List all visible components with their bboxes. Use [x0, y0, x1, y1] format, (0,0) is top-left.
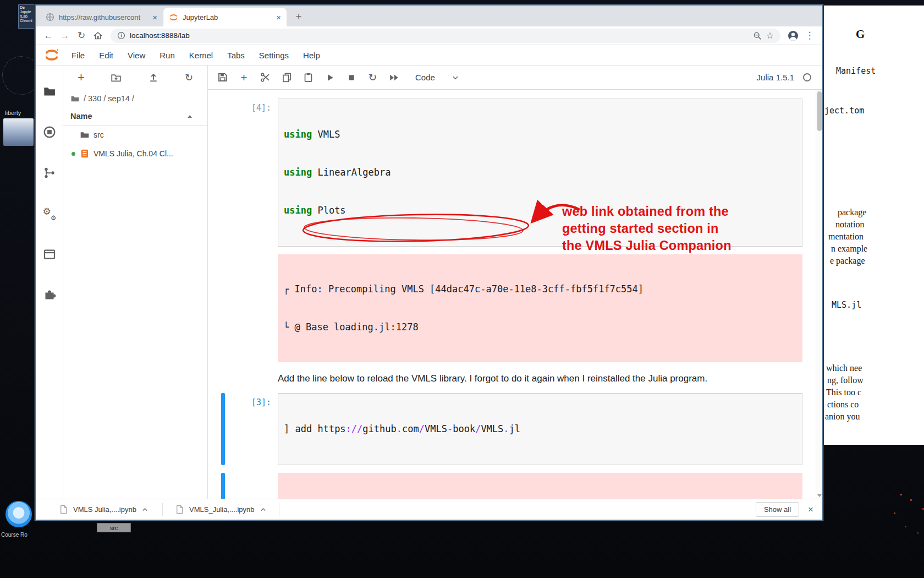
mini-icon-jupyterlab[interactable]: Jupyte rLab — [20, 10, 33, 19]
copy-cells-button[interactable] — [278, 69, 296, 86]
upload-button[interactable] — [148, 72, 159, 83]
background-heading-letter: G — [856, 28, 865, 41]
menu-file[interactable]: File — [64, 51, 92, 60]
download-file-name[interactable]: VMLS_Julia,....ipynb — [189, 505, 255, 514]
browser-tab-jupyterlab[interactable]: JupyterLab × — [163, 8, 287, 26]
home-button[interactable] — [91, 29, 105, 43]
background-text-fragment: n example — [831, 244, 867, 254]
cell-collapser-selected[interactable] — [221, 393, 225, 465]
interrupt-kernel-stop-button[interactable] — [342, 69, 360, 86]
background-text-fragment: mentation — [828, 232, 864, 242]
mini-window[interactable]: De Jupyte rLab Chromi — [18, 4, 35, 29]
back-button[interactable]: ← — [41, 29, 56, 43]
menu-settings[interactable]: Settings — [252, 51, 296, 60]
reload-button[interactable]: ↻ — [74, 29, 89, 43]
menu-kernel[interactable]: Kernel — [182, 51, 220, 60]
notebook-icon — [80, 149, 90, 159]
file-browser-panel: + ↻ / 330 / sep14 / — [63, 66, 208, 499]
shelf-divider — [279, 503, 279, 516]
add-cell-button[interactable]: + — [235, 69, 253, 86]
tab-close-icon[interactable]: × — [276, 13, 281, 22]
files-tab-folder-icon[interactable] — [36, 71, 63, 112]
cell-collapser[interactable] — [221, 372, 225, 384]
kernel-status-idle-circle[interactable] — [803, 73, 811, 81]
code-line: ] add https://github.com/VMLS-book/VMLS.… — [284, 423, 796, 435]
run-indicator-slot — [70, 152, 76, 156]
cut-cells-scissors-button[interactable] — [256, 69, 274, 86]
bookmark-star-icon[interactable]: ☆ — [766, 30, 774, 41]
refresh-file-list-button[interactable]: ↻ — [185, 72, 193, 84]
file-row-src[interactable]: src — [63, 126, 207, 144]
info-icon[interactable] — [117, 31, 125, 40]
mini-window-title: De — [20, 6, 33, 10]
breadcrumb[interactable]: / 330 / sep14 / — [63, 90, 207, 107]
tab-title: JupyterLab — [183, 13, 272, 21]
file-list-header[interactable]: Name — [63, 107, 207, 126]
kernel-name[interactable]: Julia 1.5.1 — [757, 73, 794, 82]
file-row-notebook[interactable]: VMLS Julia, Ch.04 Cl... — [63, 144, 207, 163]
annotation-line: the VMLS Julia Companion — [562, 237, 732, 254]
cell-type-dropdown[interactable]: Code — [415, 73, 459, 82]
menu-edit[interactable]: Edit — [92, 51, 120, 60]
open-tabs-window-icon[interactable] — [36, 234, 63, 275]
jupyterlab-menubar: File Edit View Run Kernel Tabs Settings … — [36, 45, 822, 66]
scrollbar-thumb[interactable] — [817, 91, 822, 131]
chevron-down-icon — [452, 74, 459, 81]
address-bar[interactable]: localhost:8888/lab ☆ — [111, 29, 780, 43]
code-line: using LinearAlgebra — [284, 166, 796, 179]
download-file-name[interactable]: VMLS Julia,....ipynb — [73, 505, 136, 514]
home-folder-icon[interactable] — [70, 94, 80, 103]
browser-menu-kebab-icon[interactable]: ⋮ — [802, 29, 817, 43]
profile-avatar[interactable] — [786, 29, 800, 43]
menu-tabs[interactable]: Tabs — [220, 51, 252, 60]
new-tab-button[interactable]: + — [291, 9, 306, 24]
download-item-1[interactable]: VMLS Julia,....ipynb — [52, 503, 157, 516]
breadcrumb-path[interactable]: / 330 / sep14 / — [84, 94, 134, 103]
background-text-fragment: ng, follow — [827, 375, 864, 385]
red-annotation-text: web link obtained from the getting start… — [562, 203, 732, 254]
new-folder-button[interactable] — [111, 72, 122, 83]
markdown-cell-note[interactable]: Add the line below to reload the VMLS li… — [208, 372, 816, 384]
run-cell-button[interactable] — [321, 69, 339, 86]
notebook-scrollbar[interactable] — [816, 90, 822, 499]
property-inspector-gears-icon[interactable]: ⚙ ⚙ — [36, 193, 63, 234]
mini-icon-chromium[interactable]: Chromi — [20, 19, 33, 23]
save-button[interactable] — [213, 69, 232, 86]
file-download-icon — [175, 505, 184, 514]
name-column-header[interactable]: Name — [70, 112, 92, 121]
code-cell-3[interactable]: [3]: ] add https://github.com/VMLS-book/… — [208, 393, 816, 465]
background-text-fragment: Manifest — [836, 66, 876, 76]
chromium-launcher-icon[interactable] — [6, 501, 32, 527]
browser-tab-raw-github[interactable]: https://raw.githubusercont × — [40, 11, 163, 23]
pkg-updating-output: Updating git-repo `https://github.com/VM… — [278, 473, 802, 499]
output-collapser-selected[interactable] — [221, 473, 225, 499]
tab-close-icon[interactable]: × — [152, 13, 157, 22]
menu-view[interactable]: View — [120, 51, 152, 60]
scrollbar-down-arrow[interactable] — [817, 494, 822, 497]
restart-kernel-button[interactable]: ↻ — [364, 69, 382, 86]
git-icon[interactable] — [36, 152, 63, 193]
cell-collapser[interactable] — [221, 99, 225, 247]
menu-run[interactable]: Run — [152, 51, 182, 60]
new-launcher-plus-button[interactable]: + — [78, 70, 85, 85]
show-all-downloads-button[interactable]: Show all — [756, 502, 799, 517]
extension-manager-puzzle-icon[interactable] — [36, 275, 63, 315]
background-document-window[interactable]: G Manifest ject.tom package notation men… — [823, 6, 924, 445]
chevron-up-icon — [260, 506, 267, 513]
cell-3-input[interactable]: ] add https://github.com/VMLS-book/VMLS.… — [278, 393, 802, 465]
download-item-2[interactable]: VMLS_Julia,....ipynb — [168, 503, 273, 516]
notebook-scroll-area[interactable]: [4]: using VMLS using LinearAlgebra usin… — [208, 90, 822, 499]
desktop-icon-liberty-thumbnail[interactable] — [3, 118, 34, 146]
output-collapser[interactable] — [221, 254, 225, 362]
restart-run-all-fast-forward-button[interactable] — [385, 69, 403, 86]
annotation-line: web link obtained from the — [562, 203, 732, 220]
background-text-fragment: anion you — [825, 412, 860, 422]
menu-help[interactable]: Help — [296, 51, 327, 60]
input-prompt: [3]: — [225, 393, 278, 465]
running-kernels-icon[interactable] — [36, 112, 63, 152]
kernel-indicator[interactable]: Julia 1.5.1 — [757, 73, 817, 82]
zoom-icon[interactable] — [753, 31, 762, 40]
forward-button[interactable]: → — [58, 29, 72, 43]
paste-cells-button[interactable] — [299, 69, 317, 86]
close-shelf-icon[interactable]: × — [808, 504, 813, 515]
